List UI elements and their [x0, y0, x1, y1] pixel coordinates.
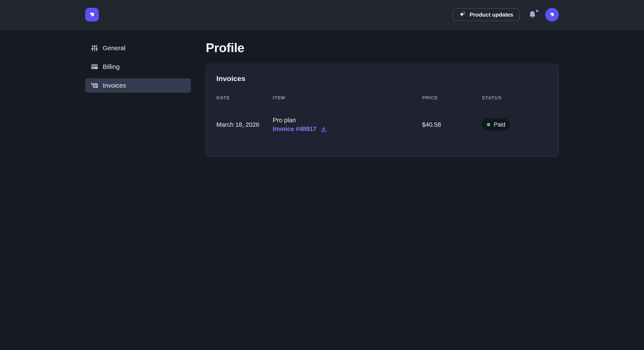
invoice-number-link[interactable]: Invoice #48917	[273, 126, 316, 133]
product-updates-button[interactable]: Product updates	[452, 8, 520, 21]
sparkles-icon	[459, 11, 466, 18]
invoice-date: March 18, 2026	[216, 107, 273, 146]
column-header-price: PRICE	[422, 95, 482, 107]
invoice-plan: Pro plan	[273, 117, 422, 124]
invoices-card-title: Invoices	[216, 74, 548, 83]
invoice-item-cell: Pro plan Invoice #48917	[273, 107, 422, 146]
brand-logo-icon	[88, 10, 96, 19]
column-header-status: STATUS	[482, 95, 548, 107]
download-icon[interactable]	[320, 126, 327, 133]
invoices-card: Invoices DATE ITEM PRICE STATUS	[206, 64, 559, 157]
sidebar-item-label: General	[103, 44, 126, 52]
column-header-date: DATE	[216, 95, 273, 107]
app-page: Product updates	[0, 0, 644, 350]
brand-logo[interactable]	[85, 8, 99, 21]
sidebar-item-invoices[interactable]: $ Invoices	[85, 78, 191, 93]
credit-card-icon	[91, 63, 98, 71]
status-badge-label: Paid	[494, 121, 505, 128]
svg-text:$: $	[91, 82, 93, 86]
page-title: Profile	[206, 40, 559, 56]
invoice-price: $40.58	[422, 107, 482, 146]
sliders-icon	[91, 44, 98, 52]
user-avatar[interactable]	[545, 8, 559, 21]
brand-logo-icon	[548, 11, 556, 18]
invoice-status-cell: Paid	[482, 107, 548, 146]
product-updates-label: Product updates	[470, 11, 513, 18]
sidebar-item-label: Billing	[103, 63, 120, 70]
table-row: March 18, 2026 Pro plan Invoice #48917	[216, 107, 548, 146]
status-badge: Paid	[482, 118, 510, 131]
top-navbar: Product updates	[0, 0, 644, 30]
notifications-button[interactable]	[528, 10, 537, 19]
invoice-icon: $	[91, 82, 98, 89]
notification-dot	[536, 9, 538, 12]
invoices-table: DATE ITEM PRICE STATUS March 18, 2026 Pr…	[216, 95, 548, 146]
sidebar-item-label: Invoices	[103, 82, 126, 89]
sidebar-item-billing[interactable]: Billing	[85, 59, 191, 74]
settings-sidebar: General Billing $	[85, 41, 191, 97]
paid-status-dot-icon	[487, 123, 490, 126]
sidebar-item-general[interactable]: General	[85, 41, 191, 55]
column-header-item: ITEM	[273, 95, 422, 107]
bell-icon	[528, 10, 537, 19]
